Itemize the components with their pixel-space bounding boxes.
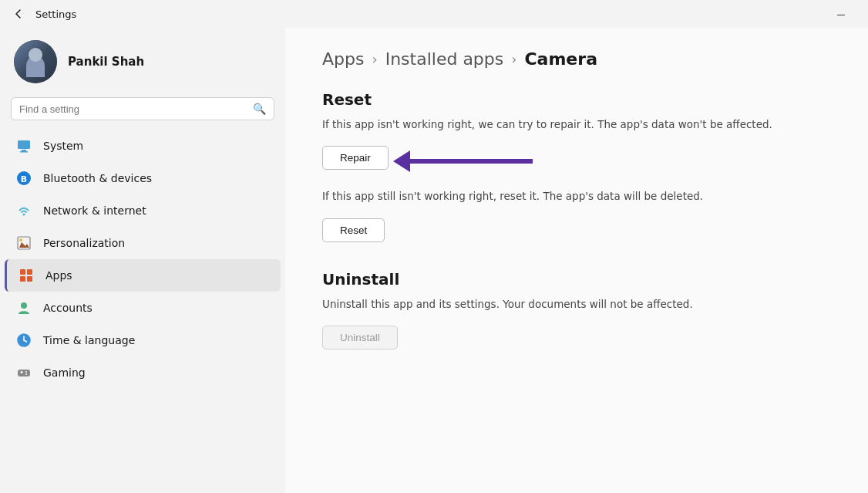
accounts-icon bbox=[15, 299, 32, 316]
sidebar-label-network: Network & internet bbox=[43, 204, 146, 217]
sidebar-item-personalization[interactable]: Personalization bbox=[5, 227, 281, 259]
breadcrumb-sep-2: › bbox=[511, 51, 516, 67]
sidebar-item-bluetooth[interactable]: B Bluetooth & devices bbox=[5, 162, 281, 194]
sidebar-label-time: Time & language bbox=[43, 334, 135, 346]
svg-rect-16 bbox=[18, 370, 30, 377]
sidebar-label-gaming: Gaming bbox=[43, 366, 86, 379]
svg-rect-10 bbox=[20, 276, 25, 282]
gaming-icon bbox=[15, 364, 32, 381]
svg-rect-2 bbox=[20, 151, 28, 153]
svg-rect-11 bbox=[27, 276, 32, 282]
reset-title: Reset bbox=[322, 90, 831, 109]
bluetooth-icon: B bbox=[15, 170, 32, 187]
network-icon bbox=[15, 202, 32, 219]
repair-button[interactable]: Repair bbox=[322, 146, 389, 170]
sidebar-label-accounts: Accounts bbox=[43, 302, 93, 314]
arrow-body bbox=[409, 159, 533, 164]
app-title: Settings bbox=[35, 8, 76, 20]
sidebar-item-system[interactable]: System bbox=[5, 130, 281, 162]
reset-section: Reset If this app isn't working right, w… bbox=[322, 90, 831, 248]
arrow-annotation bbox=[393, 150, 533, 172]
avatar-image bbox=[14, 40, 57, 83]
svg-rect-1 bbox=[22, 150, 26, 151]
svg-text:B: B bbox=[21, 174, 27, 184]
sidebar-label-bluetooth: Bluetooth & devices bbox=[43, 172, 152, 184]
avatar bbox=[14, 40, 57, 83]
breadcrumb-camera: Camera bbox=[524, 49, 597, 69]
window-controls: — bbox=[823, 3, 859, 25]
search-icon: 🔍 bbox=[253, 103, 266, 115]
svg-rect-8 bbox=[20, 269, 25, 275]
uninstall-section: Uninstall Uninstall this app and its set… bbox=[322, 270, 831, 356]
apps-icon bbox=[18, 267, 35, 284]
system-icon bbox=[15, 137, 32, 154]
personalization-icon bbox=[15, 235, 32, 252]
svg-point-20 bbox=[25, 373, 27, 375]
svg-point-19 bbox=[25, 371, 27, 373]
back-button[interactable] bbox=[9, 5, 28, 23]
reset-data-description: If this app still isn't working right, r… bbox=[322, 188, 831, 204]
breadcrumb-apps[interactable]: Apps bbox=[322, 49, 364, 69]
breadcrumb: Apps › Installed apps › Camera bbox=[322, 49, 831, 69]
uninstall-description: Uninstall this app and its settings. You… bbox=[322, 296, 831, 312]
nav-list: System B Bluetooth & devices bbox=[0, 130, 285, 493]
search-box[interactable]: 🔍 bbox=[11, 97, 274, 120]
uninstall-title: Uninstall bbox=[322, 270, 831, 289]
sidebar-item-network[interactable]: Network & internet bbox=[5, 194, 281, 227]
user-name: Pankil Shah bbox=[68, 55, 144, 69]
reset-description: If this app isn't working right, we can … bbox=[322, 116, 831, 132]
user-profile[interactable]: Pankil Shah bbox=[0, 28, 285, 94]
titlebar: Settings — bbox=[0, 0, 868, 28]
search-input[interactable] bbox=[19, 103, 247, 115]
time-icon bbox=[15, 332, 32, 349]
svg-point-6 bbox=[19, 238, 22, 241]
svg-rect-9 bbox=[27, 269, 32, 275]
svg-point-5 bbox=[23, 214, 25, 216]
breadcrumb-installed-apps[interactable]: Installed apps bbox=[385, 49, 504, 69]
sidebar-item-gaming[interactable]: Gaming bbox=[5, 356, 281, 389]
main-layout: Pankil Shah 🔍 System bbox=[0, 28, 868, 493]
repair-row: Repair bbox=[322, 146, 831, 176]
sidebar-item-time[interactable]: Time & language bbox=[5, 324, 281, 356]
uninstall-button[interactable]: Uninstall bbox=[322, 326, 398, 349]
content-area: Apps › Installed apps › Camera Reset If … bbox=[285, 28, 868, 493]
sidebar-label-system: System bbox=[43, 140, 83, 152]
sidebar-item-accounts[interactable]: Accounts bbox=[5, 292, 281, 324]
reset-button[interactable]: Reset bbox=[322, 218, 385, 242]
breadcrumb-sep-1: › bbox=[372, 51, 377, 67]
svg-point-12 bbox=[21, 302, 27, 309]
minimize-button[interactable]: — bbox=[823, 3, 859, 25]
arrow-head bbox=[393, 150, 410, 172]
svg-rect-0 bbox=[18, 140, 30, 149]
sidebar: Pankil Shah 🔍 System bbox=[0, 28, 285, 493]
sidebar-item-apps[interactable]: Apps bbox=[5, 259, 281, 292]
sidebar-label-apps: Apps bbox=[45, 269, 72, 282]
sidebar-label-personalization: Personalization bbox=[43, 237, 125, 249]
